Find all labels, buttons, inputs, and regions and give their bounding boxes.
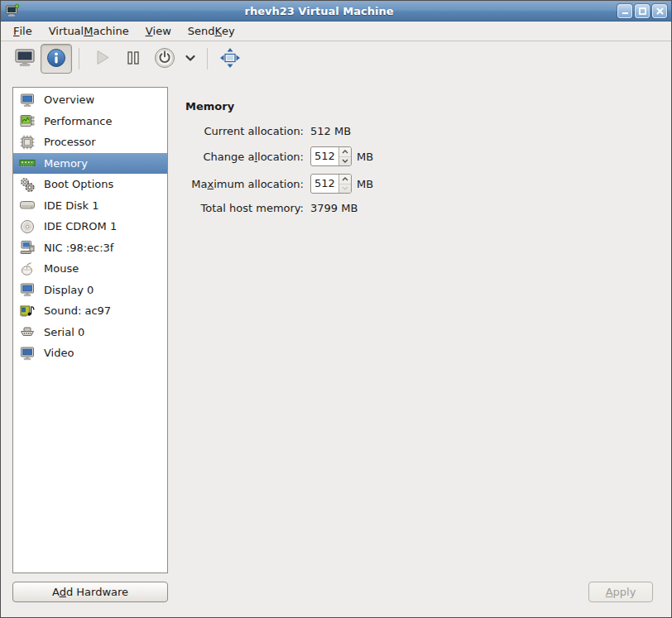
hw-item-label: Processor xyxy=(44,136,96,148)
change-allocation-spinbox: 512 xyxy=(310,146,352,166)
menu-view[interactable]: View xyxy=(137,22,180,41)
total-host-memory-row: Total host memory: 3799 MB xyxy=(185,199,653,216)
display-icon xyxy=(19,281,36,298)
hw-item-label: Sound: ac97 xyxy=(44,304,111,317)
vm-window-icon[interactable] xyxy=(5,3,20,18)
panel-heading: Memory xyxy=(185,100,653,113)
change-allocation-input[interactable]: 512 xyxy=(311,147,338,165)
maximum-allocation-row: Maximum allocation: 512 MB xyxy=(185,173,653,194)
menu-file[interactable]: File xyxy=(5,22,41,41)
details-button[interactable] xyxy=(41,44,72,74)
performance-graph-icon xyxy=(19,113,36,129)
video-icon xyxy=(19,345,36,362)
current-allocation-value: 512 MB xyxy=(310,125,351,137)
toolbar-separator xyxy=(79,48,79,69)
memory-ram-icon xyxy=(19,155,36,171)
apply-button[interactable]: Apply xyxy=(588,582,653,602)
hw-item-label: Performance xyxy=(44,115,112,127)
run-icon xyxy=(92,47,113,70)
hw-item-sound[interactable]: Sound: ac97 xyxy=(13,300,167,322)
current-allocation-label: Current allocation: xyxy=(185,125,304,137)
add-hardware-button[interactable]: Add Hardware xyxy=(12,582,168,602)
menubar: File Virtual Machine View Send Key xyxy=(1,22,671,41)
pause-button[interactable] xyxy=(118,44,149,74)
shutdown-menu-button[interactable] xyxy=(180,44,200,74)
shutdown-button[interactable] xyxy=(149,44,180,74)
hw-item-label: Video xyxy=(44,347,74,359)
hw-item-label: IDE CDROM 1 xyxy=(44,220,117,232)
hw-item-label: Serial 0 xyxy=(44,326,84,338)
spin-up-button[interactable] xyxy=(339,147,351,157)
hw-item-label: NIC :98:ec:3f xyxy=(44,242,113,254)
change-allocation-row: Change allocation: 512 MB xyxy=(185,146,653,167)
content-area: Overview Performance xyxy=(1,76,671,617)
maximum-allocation-unit: MB xyxy=(357,178,373,190)
cdrom-icon xyxy=(19,218,36,235)
serial-icon xyxy=(19,323,36,340)
mouse-icon xyxy=(19,261,36,277)
menu-send-key[interactable]: Send Key xyxy=(180,22,243,41)
minimize-button[interactable] xyxy=(617,4,632,18)
hw-item-label: IDE Disk 1 xyxy=(44,199,99,212)
processor-chip-icon xyxy=(19,134,36,151)
disk-icon xyxy=(19,197,36,213)
hw-item-label: Boot Options xyxy=(44,178,113,190)
hw-item-overview[interactable]: Overview xyxy=(13,89,167,111)
hw-item-display-0[interactable]: Display 0 xyxy=(13,280,167,301)
run-button[interactable] xyxy=(86,44,118,74)
hw-item-mouse[interactable]: Mouse xyxy=(13,258,167,280)
change-allocation-label: Change allocation: xyxy=(185,151,304,163)
hw-item-nic[interactable]: NIC :98:ec:3f xyxy=(13,237,167,259)
spin-buttons xyxy=(338,175,351,193)
hw-item-performance[interactable]: Performance xyxy=(13,111,167,132)
spin-down-button-disabled[interactable] xyxy=(339,184,351,194)
maximize-button[interactable] xyxy=(635,4,650,18)
close-button[interactable] xyxy=(652,4,667,18)
hw-item-boot-options[interactable]: Boot Options xyxy=(13,174,167,195)
hw-item-video[interactable]: Video xyxy=(13,343,167,364)
maximum-allocation-spinbox: 512 xyxy=(310,174,352,194)
maximum-allocation-input[interactable]: 512 xyxy=(311,175,338,193)
titlebar[interactable]: rhevh23 Virtual Machine xyxy=(1,1,671,22)
hw-item-processor[interactable]: Processor xyxy=(13,132,167,153)
maximum-allocation-label: Maximum allocation: xyxy=(185,178,304,190)
hw-item-label: Mouse xyxy=(44,262,79,275)
fullscreen-icon xyxy=(219,47,241,71)
pause-icon xyxy=(124,49,142,69)
hardware-panel: Overview Performance xyxy=(12,87,168,602)
shutdown-menu-chevron-icon xyxy=(184,51,197,67)
vm-details-window: rhevh23 Virtual Machine File Virtual Mac… xyxy=(0,0,672,618)
memory-panel: Memory Current allocation: 512 MB Change… xyxy=(168,87,653,602)
spin-up-button[interactable] xyxy=(339,175,351,184)
details-info-icon xyxy=(46,47,67,71)
hw-item-label: Overview xyxy=(44,93,94,106)
fullscreen-button[interactable] xyxy=(214,44,246,74)
boot-gears-icon xyxy=(19,176,36,193)
menu-virtual-machine[interactable]: Virtual Machine xyxy=(41,22,137,41)
hw-item-ide-cdrom-1[interactable]: IDE CDROM 1 xyxy=(13,216,167,237)
total-host-memory-label: Total host memory: xyxy=(185,202,304,214)
spin-buttons xyxy=(338,147,351,165)
hw-item-ide-disk-1[interactable]: IDE Disk 1 xyxy=(13,195,167,217)
spin-down-button[interactable] xyxy=(339,157,351,166)
hw-item-label: Display 0 xyxy=(44,284,94,296)
hardware-list: Overview Performance xyxy=(12,87,168,573)
total-host-memory-value: 3799 MB xyxy=(310,202,358,214)
network-icon xyxy=(19,239,36,256)
hw-item-memory[interactable]: Memory xyxy=(13,153,167,175)
sound-card-icon xyxy=(19,303,36,319)
toolbar-separator xyxy=(207,48,208,69)
shutdown-icon xyxy=(152,46,177,73)
current-allocation-row: Current allocation: 512 MB xyxy=(185,122,653,139)
toolbar xyxy=(1,41,671,76)
change-allocation-unit: MB xyxy=(357,151,373,163)
hw-item-serial-0[interactable]: Serial 0 xyxy=(13,322,167,343)
window-title: rhevh23 Virtual Machine xyxy=(23,5,615,17)
overview-monitor-icon xyxy=(19,92,36,108)
console-icon xyxy=(13,48,36,70)
console-button[interactable] xyxy=(9,44,41,74)
hw-item-label: Memory xyxy=(44,157,88,170)
